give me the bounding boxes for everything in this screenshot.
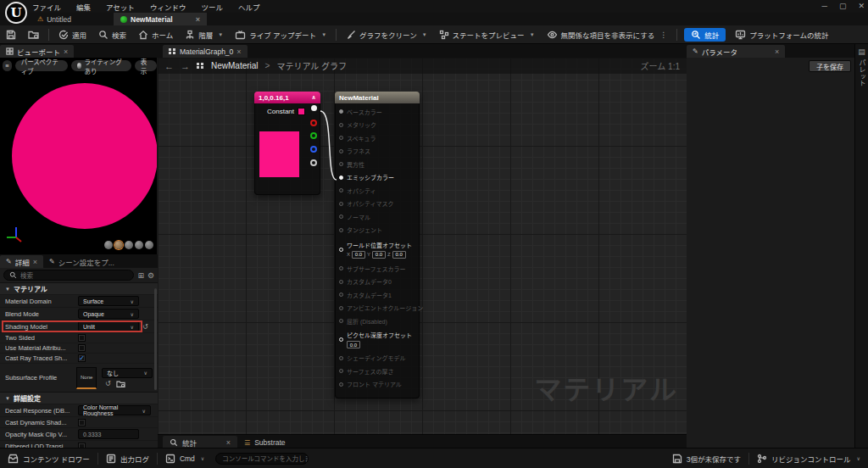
pin-ambient-occlusion[interactable]: アンビエントオクルージョン [336, 302, 419, 315]
home-button[interactable]: ホーム [132, 25, 179, 44]
save-button[interactable] [0, 25, 22, 44]
output-pin-b[interactable] [310, 146, 317, 153]
pin-surface-thickness[interactable]: サーフェスの厚さ [336, 365, 419, 378]
stats-button[interactable]: 統計 [684, 28, 726, 42]
browse-button[interactable] [22, 25, 45, 44]
pin-front-material[interactable]: フロント マテリアル [336, 378, 419, 392]
pin-world-position-offset[interactable]: ワールド位置オフセット X0.0 Y0.0 Z0.0 [336, 237, 419, 262]
minimize-icon[interactable]: ─ [822, 2, 827, 10]
close-icon[interactable]: × [33, 258, 37, 266]
menu-edit[interactable]: 編集 [76, 2, 91, 12]
save-child-button[interactable]: 子を保存 [809, 60, 851, 72]
gear-icon[interactable]: ⚙ [147, 271, 154, 280]
back-icon[interactable]: ← [164, 61, 174, 71]
constant-node[interactable]: 1,0,0.16,1 ∧ Constant [254, 92, 320, 195]
pin-refraction[interactable]: 屈折 (Disabled) [336, 315, 419, 328]
output-pin-a[interactable] [310, 159, 317, 166]
two-sided-checkbox[interactable] [78, 334, 86, 342]
shading-model-dropdown[interactable]: Unlit∨ [78, 321, 139, 332]
material-domain-dropdown[interactable]: Surface∨ [78, 296, 139, 306]
pin-opacity[interactable]: オパシティ [336, 184, 419, 198]
pin-tangent[interactable]: タンジェント [336, 224, 419, 237]
subsurface-dropdown[interactable]: なし∨ [102, 368, 153, 378]
unreal-logo[interactable]: U [5, 2, 27, 24]
hide-unrelated-button[interactable]: 無関係な項目を非表示にする ⋮ [541, 25, 674, 44]
output-log-button[interactable]: 出力ログ [98, 448, 157, 468]
decal-response-dropdown[interactable]: Color Normal Roughness∨ [78, 405, 151, 415]
menu-tools[interactable]: ツール [201, 2, 223, 12]
breadcrumb-root[interactable]: NewMaterial [211, 61, 259, 70]
preview-shape-sphere[interactable] [114, 241, 123, 249]
menu-help[interactable]: ヘルプ [238, 2, 260, 12]
pin-custom-data-1[interactable]: カスタムデータ1 [336, 288, 419, 302]
lit-mode-button[interactable]: ライティングあり [71, 60, 131, 71]
section-advanced[interactable]: ▼ 詳細設定 [0, 392, 158, 404]
tab-untitled[interactable]: ⚠ Untitled [31, 13, 78, 25]
hierarchy-button[interactable]: 階層▼ [179, 25, 229, 44]
close-icon[interactable]: × [775, 47, 779, 56]
pin-metallic[interactable]: メタリック [336, 119, 419, 132]
section-material[interactable]: ▼ マテリアル [0, 282, 158, 294]
close-icon[interactable]: × [64, 47, 68, 56]
unsaved-assets-button[interactable]: 3個が未保存です [665, 448, 748, 468]
pin-roughness[interactable]: ラフネス [336, 145, 419, 159]
use-material-attributes-checkbox[interactable] [78, 344, 86, 352]
pin-opacity-mask[interactable]: オパシティマスク [336, 198, 419, 211]
preview-shape-plane[interactable] [125, 241, 133, 249]
close-icon[interactable]: × [236, 47, 241, 56]
view-options-icon[interactable]: ⊞ [137, 271, 144, 280]
search-button[interactable]: 検索 [92, 25, 132, 44]
preview-state-button[interactable]: ステートをプレビュー▼ [433, 25, 541, 44]
viewport-menu-button[interactable]: ≡ [3, 60, 12, 71]
pin-pixel-depth-offset[interactable]: ピクセル深度オフセット 0.0 [336, 328, 419, 352]
viewport-canvas[interactable]: ≡ パースペクティブ ライティングあり 表示 [0, 58, 157, 254]
platform-stats-button[interactable]: プラットフォームの統計 [729, 25, 834, 44]
pin-base-color[interactable]: ベースカラー [336, 105, 419, 119]
subsurface-thumbnail[interactable]: None [76, 367, 97, 389]
output-pin-r[interactable] [310, 120, 317, 126]
wpo-y-input[interactable]: 0.0 [372, 251, 386, 259]
preview-shape-cylinder[interactable] [104, 241, 113, 249]
cast-ray-traced-checkbox[interactable]: ✓ [78, 354, 86, 362]
blend-mode-dropdown[interactable]: Opaque∨ [78, 309, 139, 319]
material-result-node[interactable]: NewMaterial ベースカラー メタリック スペキュラ ラフネス 異方性 … [335, 92, 420, 398]
output-pin-g[interactable] [310, 132, 317, 139]
close-icon[interactable]: × [226, 438, 231, 447]
tab-newmaterial[interactable]: NewMaterial × [114, 13, 207, 25]
details-scrollbar[interactable] [154, 288, 157, 390]
kebab-menu-icon[interactable]: ⋮ [659, 31, 667, 39]
perspective-button[interactable]: パースペクティブ [15, 60, 68, 71]
opacity-mask-clip-input[interactable]: 0.3333 [78, 429, 139, 439]
forward-icon[interactable]: → [181, 61, 190, 71]
cmd-button[interactable]: Cmd ∨ [158, 448, 212, 468]
material-preview-sphere[interactable] [12, 83, 157, 229]
pin-shading-model[interactable]: シェーディングモデル [336, 352, 419, 365]
pin-emissive-color[interactable]: エミッシブカラー [336, 171, 419, 185]
preview-shape-mesh[interactable] [145, 241, 153, 249]
details-search-input[interactable]: 検索 [3, 270, 134, 281]
pin-normal[interactable]: ノーマル [336, 210, 419, 224]
pin-subsurface-color[interactable]: サブサーフェスカラー [336, 262, 419, 276]
tab-scene-settings[interactable]: ✎ シーン設定をプ... [43, 255, 120, 268]
use-selected-asset-icon[interactable]: ↺ [105, 380, 111, 388]
preview-shape-cube[interactable] [135, 241, 143, 249]
menu-file[interactable]: ファイル [32, 2, 61, 12]
live-update-button[interactable]: ライブ アップデート▼ [229, 25, 332, 44]
pdo-input[interactable]: 0.0 [347, 341, 360, 348]
maximize-icon[interactable]: ▢ [839, 2, 847, 10]
tab-details[interactable]: ✎ 詳細 × [0, 255, 43, 268]
menu-window[interactable]: ウィンドウ [150, 2, 186, 12]
wpo-x-input[interactable]: 0.0 [352, 251, 365, 259]
content-drawer-button[interactable]: コンテンツ ドロワー [0, 448, 97, 468]
palette-icon[interactable]: ▤ [855, 47, 868, 56]
output-pin-rgba[interactable] [311, 105, 317, 111]
cast-dynamic-shadow-checkbox[interactable] [78, 419, 86, 426]
menu-asset[interactable]: アセット [106, 2, 135, 12]
wpo-z-input[interactable]: 0.0 [392, 251, 406, 259]
console-command-input[interactable]: コンソールコマンドを入力します [215, 453, 309, 465]
browse-to-asset-icon[interactable] [116, 380, 125, 388]
close-icon[interactable]: × [196, 15, 200, 24]
pin-specular[interactable]: スペキュラ [336, 131, 419, 145]
tab-viewport[interactable]: ビューポート × [0, 45, 74, 58]
reset-to-default-icon[interactable]: ↺ [142, 323, 148, 331]
